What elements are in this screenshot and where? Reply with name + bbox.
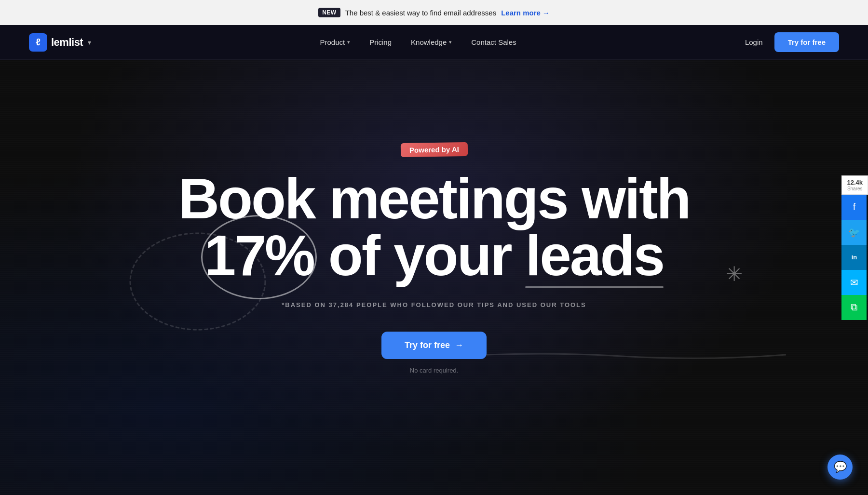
nav-item-knowledge[interactable]: Knowledge ▾	[411, 38, 452, 46]
learn-more-link[interactable]: Learn more →	[501, 9, 550, 17]
copy-share-button[interactable]: ⧉	[841, 295, 867, 320]
facebook-icon: f	[853, 201, 856, 213]
messenger-share-button[interactable]: ✉	[841, 270, 867, 295]
facebook-share-button[interactable]: f	[841, 195, 867, 220]
new-badge: NEW	[318, 8, 340, 17]
chat-widget[interactable]: 💬	[827, 455, 853, 480]
nav-product-label: Product	[320, 38, 345, 46]
hero-section: ✳ Powered by AI Book meetings with 17% o…	[0, 60, 868, 495]
try-for-free-button[interactable]: Try for free	[774, 32, 839, 52]
navbar: ℓ lemlist ▾ Product ▾ Pricing Knowledge …	[0, 25, 868, 60]
copy-icon: ⧉	[851, 302, 857, 313]
linkedin-icon: in	[852, 254, 857, 261]
hero-subtext: *Based on 37,284 people who followed our…	[282, 301, 586, 308]
learn-more-text: Learn more	[501, 9, 541, 17]
percentage-text: 17%	[204, 224, 314, 287]
hero-content: Powered by AI Book meetings with 17% of …	[121, 143, 747, 374]
hero-cta-arrow: →	[455, 340, 463, 350]
hero-title-line2: 17% of your leads	[178, 227, 690, 284]
share-count-box: 12.4k Shares	[841, 175, 868, 195]
learn-more-arrow: →	[542, 9, 550, 17]
product-chevron-icon: ▾	[347, 39, 350, 45]
chat-icon: 💬	[834, 461, 847, 473]
share-count: 12.4k	[847, 179, 863, 186]
nav-item-product[interactable]: Product ▾	[320, 38, 350, 46]
powered-badge: Powered by AI	[400, 142, 467, 157]
hero-cta-label: Try for free	[405, 340, 450, 350]
announcement-text: The best & easiest way to find email add…	[345, 9, 497, 17]
linkedin-share-button[interactable]: in	[841, 245, 867, 270]
knowledge-chevron-icon: ▾	[449, 39, 452, 45]
logo-chevron-icon: ▾	[88, 39, 91, 46]
percentage-wrapper: 17%	[204, 227, 314, 284]
nav-pricing-label: Pricing	[369, 38, 392, 46]
logo-text: lemlist	[51, 36, 83, 49]
twitter-icon: 🐦	[848, 227, 860, 238]
hero-title: Book meetings with 17% of your leads	[178, 170, 690, 284]
twitter-share-button[interactable]: 🐦	[841, 220, 867, 245]
navbar-nav: Product ▾ Pricing Knowledge ▾ Contact Sa…	[320, 38, 516, 46]
navbar-actions: Login Try for free	[745, 32, 839, 52]
nav-item-contact[interactable]: Contact Sales	[471, 38, 516, 46]
share-label: Shares	[847, 186, 863, 191]
nav-item-pricing[interactable]: Pricing	[369, 38, 392, 46]
announcement-bar: NEW The best & easiest way to find email…	[0, 0, 868, 25]
hero-title-rest: of your leads	[328, 224, 664, 287]
messenger-icon: ✉	[850, 277, 858, 288]
nav-knowledge-label: Knowledge	[411, 38, 447, 46]
asterisk-deco: ✳	[726, 262, 743, 286]
login-button[interactable]: Login	[745, 38, 763, 46]
nav-contact-label: Contact Sales	[471, 38, 516, 46]
logo-icon: ℓ	[29, 33, 47, 52]
no-card-text: No card required.	[410, 367, 458, 374]
leads-word: leads	[525, 227, 664, 284]
social-sidebar: 12.4k Shares f 🐦 in ✉ ⧉	[841, 175, 868, 320]
hero-cta-button[interactable]: Try for free →	[381, 332, 487, 359]
navbar-logo[interactable]: ℓ lemlist ▾	[29, 33, 91, 52]
